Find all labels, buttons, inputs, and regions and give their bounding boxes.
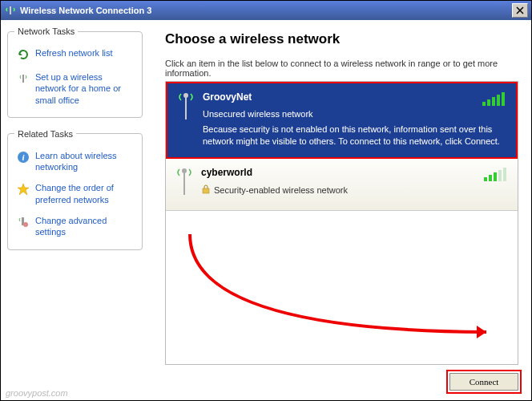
sidebar: Network Tasks Refresh network list Set u… <box>1 20 149 400</box>
svg-rect-12 <box>502 92 505 106</box>
refresh-icon <box>16 47 30 62</box>
svg-rect-19 <box>498 170 502 181</box>
network-tasks-group: Network Tasks Refresh network list Set u… <box>7 26 143 118</box>
change-network-order[interactable]: Change the order of preferred networks <box>14 177 135 210</box>
network-item-groovynet[interactable]: GroovyNet Unsecured wireless network Bec… <box>166 82 518 159</box>
titlebar: Wireless Network Connection 3 <box>1 1 531 20</box>
svg-rect-15 <box>203 188 209 193</box>
svg-rect-10 <box>492 97 495 106</box>
task-label: Set up a wireless network for a home or … <box>35 71 134 106</box>
antenna-icon <box>175 167 193 200</box>
related-tasks-group: Related Tasks i Learn about wireless net… <box>7 129 143 250</box>
svg-point-5 <box>23 222 28 227</box>
signal-strength-icon <box>484 167 508 183</box>
svg-rect-11 <box>497 95 500 106</box>
svg-rect-1 <box>22 75 24 83</box>
network-status: Security-enabled wireless network <box>201 184 508 196</box>
close-button[interactable] <box>512 3 528 18</box>
wifi-icon <box>4 4 17 17</box>
network-list: GroovyNet Unsecured wireless network Bec… <box>165 81 518 365</box>
svg-rect-8 <box>482 102 486 106</box>
antenna-icon <box>16 71 30 86</box>
signal-strength-icon <box>482 91 506 107</box>
svg-rect-7 <box>185 95 187 119</box>
network-status-text: Security-enabled wireless network <box>214 185 348 195</box>
content-area: Network Tasks Refresh network list Set u… <box>1 20 531 400</box>
svg-rect-0 <box>10 6 11 14</box>
footer: Connect <box>165 365 518 391</box>
svg-rect-14 <box>183 171 185 195</box>
svg-rect-17 <box>489 175 492 181</box>
window: Wireless Network Connection 3 Network Ta… <box>0 0 532 401</box>
network-body: GroovyNet Unsecured wireless network Bec… <box>203 91 506 148</box>
window-title: Wireless Network Connection 3 <box>20 6 512 15</box>
network-name: cyberworld <box>201 167 508 178</box>
svg-rect-16 <box>484 177 487 181</box>
task-label: Change advanced settings <box>35 215 134 238</box>
svg-rect-20 <box>503 168 506 181</box>
settings-icon <box>16 215 30 229</box>
info-icon: i <box>16 150 30 164</box>
task-label: Learn about wireless networking <box>35 150 134 173</box>
task-label: Refresh network list <box>35 47 113 59</box>
star-icon <box>16 182 30 196</box>
instructions-text: Click an item in the list below to conne… <box>165 59 518 78</box>
watermark: groovypost.com <box>6 388 68 398</box>
network-name: GroovyNet <box>203 91 506 103</box>
change-advanced-settings[interactable]: Change advanced settings <box>14 210 135 243</box>
lock-icon <box>201 184 211 196</box>
learn-wireless[interactable]: i Learn about wireless networking <box>14 145 135 178</box>
page-title: Choose a wireless network <box>165 31 518 47</box>
svg-rect-9 <box>487 99 490 106</box>
antenna-icon <box>177 91 195 148</box>
group-legend: Network Tasks <box>14 26 78 36</box>
network-body: cyberworld Security-enabled wireless net… <box>201 167 508 200</box>
main-panel: Choose a wireless network Click an item … <box>149 20 531 400</box>
network-item-cyberworld[interactable]: cyberworld Security-enabled wireless net… <box>166 159 518 211</box>
group-legend: Related Tasks <box>14 129 76 139</box>
network-status: Unsecured wireless network <box>203 109 506 119</box>
task-label: Change the order of preferred networks <box>35 182 134 205</box>
setup-wireless-network[interactable]: Set up a wireless network for a home or … <box>14 67 135 111</box>
svg-rect-18 <box>494 172 497 181</box>
connect-button[interactable]: Connect <box>449 373 518 391</box>
refresh-network-list[interactable]: Refresh network list <box>14 43 135 67</box>
network-description: Because security is not enabled on this … <box>203 124 506 148</box>
